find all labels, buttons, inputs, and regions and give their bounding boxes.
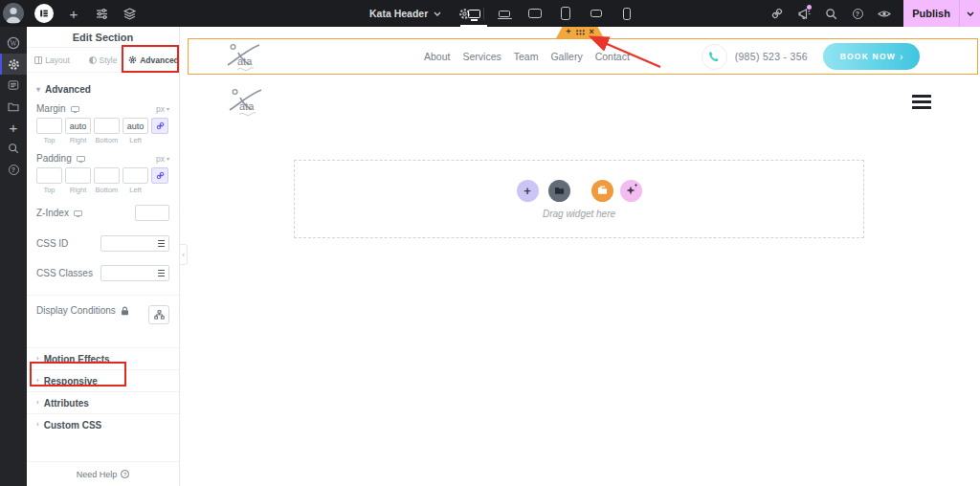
- section-custom-css[interactable]: › Custom CSS: [27, 413, 179, 435]
- folder-files-icon: [597, 186, 608, 195]
- display-conditions-label: Display Conditions: [36, 305, 116, 316]
- add-new-icon[interactable]: +: [66, 0, 81, 27]
- site-settings-layers-icon[interactable]: [122, 0, 137, 27]
- responsive-monitor-icon[interactable]: [74, 210, 82, 216]
- padding-left-input[interactable]: [122, 167, 148, 184]
- device-mobile-button[interactable]: [619, 0, 635, 27]
- nav-item-about[interactable]: About: [424, 51, 450, 62]
- header-section-selected[interactable]: ata About Services Team Gallery Contact …: [188, 38, 978, 75]
- logo-tagline-script: [239, 113, 256, 116]
- rail-search-button[interactable]: [0, 138, 27, 159]
- panel-collapse-handle[interactable]: ‹: [180, 244, 188, 265]
- dynamic-tags-icon[interactable]: [156, 236, 168, 251]
- elementor-logo-icon: [38, 8, 50, 19]
- top-bar: + Kata Header: [0, 0, 980, 27]
- nav-item-contact[interactable]: Contact: [595, 51, 630, 62]
- drag-handle-icon[interactable]: [576, 30, 585, 35]
- css-classes-input[interactable]: [101, 267, 156, 279]
- margin-left-input[interactable]: [122, 118, 148, 134]
- nav-item-team[interactable]: Team: [514, 51, 539, 62]
- book-now-button[interactable]: BOOK NOW ›: [823, 43, 920, 70]
- responsive-monitor-icon[interactable]: [77, 156, 85, 162]
- padding-top-input[interactable]: [36, 167, 62, 184]
- device-desktop-button[interactable]: [466, 0, 481, 27]
- link-values-button[interactable]: [151, 118, 168, 134]
- whats-new-megaphone-icon[interactable]: [796, 0, 812, 27]
- css-id-input[interactable]: [101, 237, 156, 250]
- nav-item-gallery[interactable]: Gallery: [550, 51, 582, 62]
- edit-section-panel: Edit Section Layout Style Advanced ▾ Adv…: [27, 27, 180, 486]
- delete-section-icon[interactable]: ×: [590, 28, 594, 36]
- elementor-logo-button[interactable]: [34, 4, 54, 23]
- css-id-control: CSS ID: [36, 235, 169, 252]
- preview-eye-icon[interactable]: [877, 0, 892, 27]
- device-laptop-button[interactable]: [497, 0, 512, 27]
- caret-down-icon: ▾: [167, 156, 169, 162]
- margin-right-input[interactable]: [65, 118, 91, 134]
- panel-tabs: Layout Style Advanced: [27, 47, 179, 73]
- link-icon[interactable]: [769, 0, 785, 27]
- desktop-icon: [468, 10, 480, 18]
- gear-icon: [8, 58, 20, 71]
- elements-sliders-icon[interactable]: [94, 0, 109, 27]
- kata-logo[interactable]: ata: [225, 41, 263, 72]
- caret-down-icon: ▾: [36, 86, 40, 94]
- z-index-input[interactable]: [135, 205, 169, 221]
- logo-tagline-script: [237, 68, 254, 71]
- rail-navigator-button[interactable]: [0, 75, 27, 96]
- margin-unit-select[interactable]: px ▾: [156, 104, 169, 114]
- add-section-icon[interactable]: +: [566, 28, 570, 36]
- responsive-monitor-icon[interactable]: [71, 106, 79, 112]
- advanced-section-header[interactable]: ▾ Advanced: [36, 73, 169, 103]
- rail-wordpress-button[interactable]: W: [0, 33, 27, 54]
- section-attributes[interactable]: › Attributes: [27, 391, 179, 413]
- document-switcher[interactable]: Kata Header: [369, 8, 441, 19]
- section-responsive[interactable]: › Responsive: [27, 369, 179, 391]
- publish-button[interactable]: Publish: [903, 8, 959, 19]
- wordpress-admin-rail: W + ?: [0, 27, 27, 486]
- link-values-button[interactable]: [151, 167, 168, 184]
- templates-folder-button[interactable]: [548, 180, 570, 202]
- need-help-link[interactable]: Need Help ?: [27, 461, 179, 486]
- display-conditions-control: Display Conditions: [36, 296, 169, 347]
- device-mobile-landscape-button[interactable]: [589, 0, 604, 27]
- search-icon[interactable]: [823, 0, 838, 27]
- avatar[interactable]: [3, 3, 24, 24]
- kata-logo-mobile[interactable]: ata: [227, 86, 265, 117]
- padding-bottom-input[interactable]: [94, 167, 120, 184]
- chain-link-icon: [156, 171, 165, 180]
- section-motion-effects[interactable]: › Motion Effects: [27, 347, 179, 369]
- help-icon[interactable]: ?: [850, 0, 865, 27]
- hamburger-menu-icon[interactable]: [912, 95, 931, 109]
- margin-top-input[interactable]: [36, 118, 62, 134]
- gear-icon: [128, 55, 137, 64]
- device-tablet-landscape-button[interactable]: [527, 0, 543, 27]
- device-tablet-button[interactable]: [558, 0, 573, 27]
- section-handle: + ×: [556, 26, 604, 38]
- padding-unit-select[interactable]: px ▾: [156, 154, 169, 164]
- padding-right-input[interactable]: [65, 167, 91, 184]
- svg-text:W: W: [10, 39, 17, 48]
- kit-library-button[interactable]: [591, 180, 613, 202]
- ai-sparkle-button[interactable]: [620, 180, 642, 202]
- rail-help-button[interactable]: ?: [0, 159, 27, 180]
- publish-options-button[interactable]: [960, 0, 980, 27]
- add-widget-button[interactable]: +: [517, 180, 539, 202]
- nav-item-services[interactable]: Services: [462, 51, 501, 62]
- rail-settings-button[interactable]: [0, 54, 27, 75]
- css-id-label: CSS ID: [36, 238, 68, 249]
- tab-style[interactable]: Style: [78, 48, 128, 72]
- mobile-portrait-icon: [623, 8, 631, 20]
- person-icon: [3, 3, 24, 24]
- widget-drop-area[interactable]: + Drag widget here: [294, 160, 864, 238]
- tablet-landscape-icon: [528, 9, 542, 18]
- svg-text:ata: ata: [239, 100, 255, 112]
- tab-advanced[interactable]: Advanced: [128, 48, 179, 72]
- tab-layout[interactable]: Layout: [27, 48, 78, 72]
- dynamic-tags-icon[interactable]: [156, 266, 168, 280]
- rail-folder-button[interactable]: [0, 96, 27, 117]
- phone-icon: [708, 51, 720, 62]
- rail-add-button[interactable]: +: [0, 117, 27, 138]
- margin-bottom-input[interactable]: [94, 118, 120, 134]
- display-conditions-button[interactable]: [148, 305, 169, 324]
